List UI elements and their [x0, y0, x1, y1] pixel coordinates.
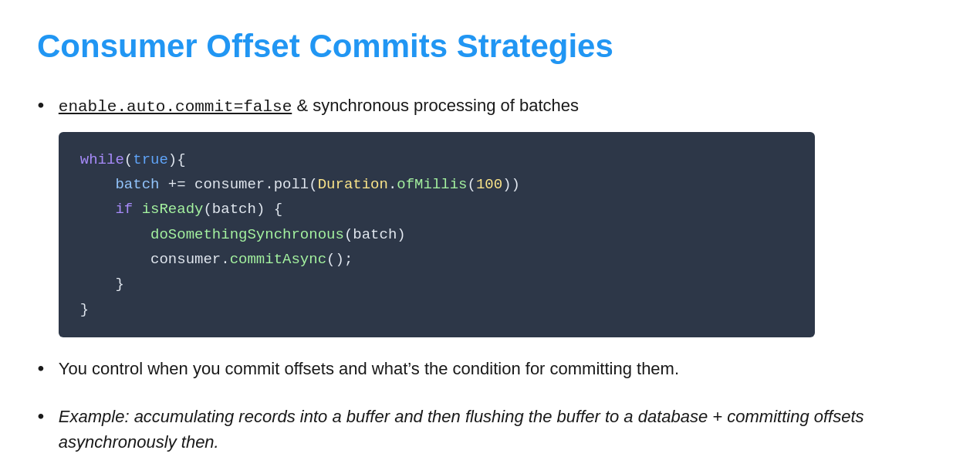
code-line-1: while(true){	[80, 147, 793, 172]
code-line-6: }	[80, 272, 793, 296]
bullet-item-3: • Example: accumulating records into a b…	[37, 404, 943, 455]
bullet-list: • enable.auto.commit=false & synchronous…	[37, 93, 943, 455]
bullet-text-suffix-1: & synchronous processing of batches	[292, 96, 579, 115]
code-block: while(true){ batch += consumer.poll(Dura…	[59, 132, 815, 337]
code-line-2: batch += consumer.poll(Duration.ofMillis…	[80, 172, 793, 197]
code-line-4: doSomethingSynchronous(batch)	[80, 222, 793, 247]
bullet-content-3: Example: accumulating records into a buf…	[59, 404, 943, 455]
code-line-7: }	[80, 297, 793, 322]
bullet-content-1: enable.auto.commit=false & synchronous p…	[59, 93, 943, 337]
code-inline-enable-auto-commit: enable.auto.commit=false	[59, 98, 292, 116]
page-title: Consumer Offset Commits Strategies	[37, 28, 943, 65]
bullet-text-2: You control when you commit offsets and …	[59, 359, 679, 378]
bullet-dot-3: •	[37, 401, 45, 433]
bullet-item-2: • You control when you commit offsets an…	[37, 356, 943, 385]
code-line-3: if isReady(batch) {	[80, 197, 793, 222]
bullet-text-3: Example: accumulating records into a buf…	[59, 407, 864, 452]
bullet-dot-1: •	[37, 90, 45, 122]
bullet-text-1: enable.auto.commit=false & synchronous p…	[59, 96, 579, 115]
code-line-5: consumer.commitAsync();	[80, 247, 793, 272]
bullet-content-2: You control when you commit offsets and …	[59, 356, 943, 381]
bullet-item-1: • enable.auto.commit=false & synchronous…	[37, 93, 943, 337]
bullet-dot-2: •	[37, 353, 45, 385]
